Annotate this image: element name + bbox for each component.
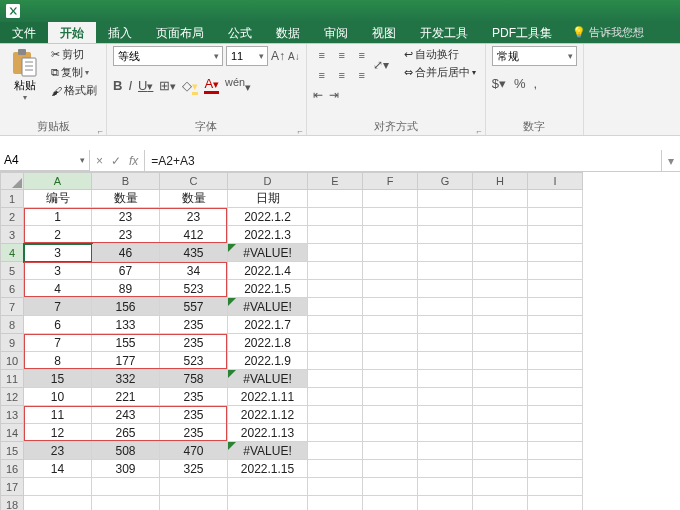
format-painter-button[interactable]: 🖌格式刷 <box>48 82 100 99</box>
cell[interactable] <box>363 190 418 208</box>
cell[interactable] <box>308 334 363 352</box>
cell[interactable] <box>473 406 528 424</box>
cell[interactable]: 23 <box>160 208 228 226</box>
row-header[interactable]: 16 <box>0 460 24 478</box>
cell[interactable]: 数量 <box>160 190 228 208</box>
cell[interactable] <box>528 208 583 226</box>
cell[interactable]: 7 <box>24 334 92 352</box>
cell[interactable] <box>528 244 583 262</box>
cell[interactable]: 23 <box>92 208 160 226</box>
cell[interactable] <box>418 460 473 478</box>
cell[interactable]: 235 <box>160 424 228 442</box>
cell[interactable]: 2022.1.2 <box>228 208 308 226</box>
dialog-launcher-icon[interactable]: ⌐ <box>476 126 481 136</box>
decrease-font-icon[interactable]: A↓ <box>288 51 300 62</box>
underline-button[interactable]: U▾ <box>138 78 153 93</box>
cell[interactable]: #VALUE! <box>228 370 308 388</box>
merge-center-button[interactable]: ⇔合并后居中▾ <box>401 64 479 81</box>
cell[interactable] <box>363 460 418 478</box>
cell[interactable] <box>528 316 583 334</box>
cell[interactable] <box>418 298 473 316</box>
cell[interactable] <box>363 370 418 388</box>
cell[interactable]: 2022.1.15 <box>228 460 308 478</box>
comma-icon[interactable]: , <box>533 76 537 91</box>
row-header[interactable]: 5 <box>0 262 24 280</box>
tab-data[interactable]: 数据 <box>264 22 312 43</box>
fx-icon[interactable]: fx <box>129 154 138 168</box>
row-header[interactable]: 11 <box>0 370 24 388</box>
cell[interactable] <box>473 316 528 334</box>
font-name-select[interactable]: 等线 <box>113 46 223 66</box>
cell[interactable]: #VALUE! <box>228 244 308 262</box>
col-header[interactable]: G <box>418 172 473 190</box>
cell[interactable] <box>473 208 528 226</box>
row-header[interactable]: 3 <box>0 226 24 244</box>
cell[interactable]: 235 <box>160 388 228 406</box>
border-button[interactable]: ⊞▾ <box>159 78 176 93</box>
cell[interactable] <box>473 244 528 262</box>
cell[interactable]: 46 <box>92 244 160 262</box>
cell[interactable]: 557 <box>160 298 228 316</box>
formula-input[interactable]: =A2+A3 <box>145 150 662 171</box>
row-header[interactable]: 13 <box>0 406 24 424</box>
cell[interactable] <box>473 388 528 406</box>
cell[interactable]: 325 <box>160 460 228 478</box>
cell[interactable] <box>418 244 473 262</box>
align-right-icon[interactable]: ≡ <box>353 66 371 84</box>
cell[interactable] <box>418 496 473 510</box>
cell[interactable] <box>418 370 473 388</box>
cell[interactable] <box>308 460 363 478</box>
decrease-indent-icon[interactable]: ⇤ <box>313 88 323 102</box>
tab-file[interactable]: 文件 <box>0 22 48 43</box>
cell[interactable] <box>418 478 473 496</box>
cell[interactable] <box>418 352 473 370</box>
cell[interactable] <box>363 478 418 496</box>
cell[interactable] <box>308 388 363 406</box>
cell[interactable] <box>528 478 583 496</box>
cell[interactable] <box>363 442 418 460</box>
cell[interactable] <box>473 190 528 208</box>
cell[interactable] <box>363 226 418 244</box>
tell-me[interactable]: 💡 告诉我您想 <box>572 22 644 43</box>
cell[interactable]: 435 <box>160 244 228 262</box>
row-header[interactable]: 9 <box>0 334 24 352</box>
cell[interactable]: 3 <box>24 262 92 280</box>
percent-icon[interactable]: % <box>514 76 526 91</box>
cell[interactable] <box>473 352 528 370</box>
cell[interactable] <box>308 280 363 298</box>
phonetic-button[interactable]: wén▾ <box>225 76 251 94</box>
cell[interactable] <box>308 370 363 388</box>
row-header[interactable]: 18 <box>0 496 24 510</box>
name-box[interactable]: A4 <box>0 150 90 171</box>
cell[interactable]: #VALUE! <box>228 442 308 460</box>
cell[interactable] <box>92 496 160 510</box>
cell[interactable] <box>160 496 228 510</box>
cell[interactable] <box>308 496 363 510</box>
cell[interactable]: 2022.1.5 <box>228 280 308 298</box>
col-header[interactable]: A <box>24 172 92 190</box>
tab-dev[interactable]: 开发工具 <box>408 22 480 43</box>
cell[interactable] <box>528 352 583 370</box>
cell[interactable]: 23 <box>24 442 92 460</box>
cell[interactable] <box>473 370 528 388</box>
row-header[interactable]: 4 <box>0 244 24 262</box>
cell[interactable]: 14 <box>24 460 92 478</box>
cell[interactable] <box>528 190 583 208</box>
cell[interactable] <box>528 460 583 478</box>
font-color-button[interactable]: A▾ <box>204 76 219 94</box>
cell[interactable] <box>308 316 363 334</box>
col-header[interactable]: B <box>92 172 160 190</box>
cell[interactable]: #VALUE! <box>228 298 308 316</box>
cell[interactable]: 523 <box>160 352 228 370</box>
cell[interactable]: 1 <box>24 208 92 226</box>
cell[interactable] <box>308 442 363 460</box>
row-header[interactable]: 6 <box>0 280 24 298</box>
cell[interactable] <box>528 424 583 442</box>
cell[interactable]: 2022.1.3 <box>228 226 308 244</box>
increase-indent-icon[interactable]: ⇥ <box>329 88 339 102</box>
cell[interactable]: 2022.1.8 <box>228 334 308 352</box>
cell[interactable] <box>363 208 418 226</box>
cell[interactable] <box>228 478 308 496</box>
cell[interactable]: 470 <box>160 442 228 460</box>
cell[interactable]: 7 <box>24 298 92 316</box>
